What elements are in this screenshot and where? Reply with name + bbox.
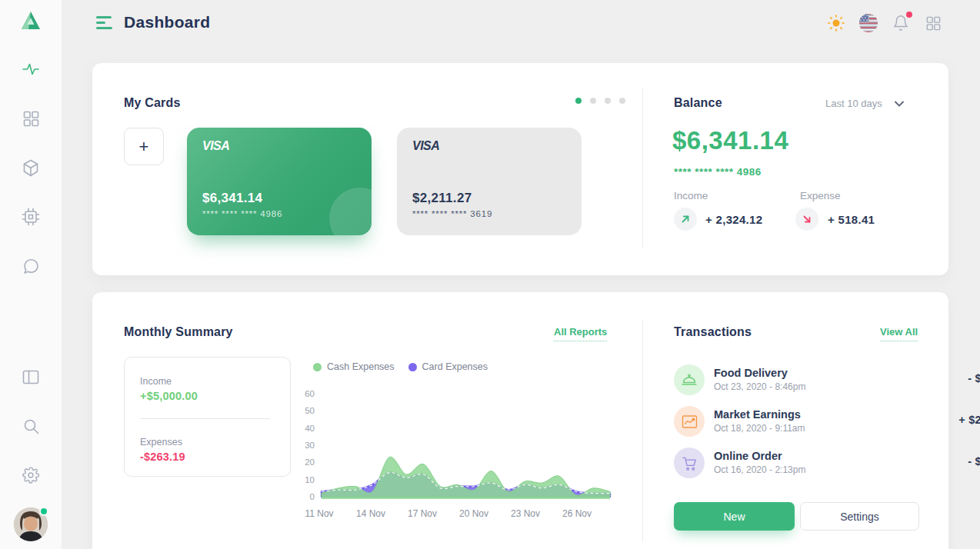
app-logo-icon[interactable] bbox=[20, 10, 42, 35]
add-card-button[interactable]: + bbox=[124, 128, 164, 165]
income-value: + 2,324.12 bbox=[705, 213, 762, 226]
visa-logo: VISA bbox=[202, 139, 356, 153]
sidebar-item-messages[interactable] bbox=[0, 255, 62, 277]
cards-balance-panel: My Cards + VISA $6,341.14 **** **** ****… bbox=[92, 63, 948, 275]
cash-expenses-legend-dot bbox=[313, 363, 322, 371]
balance-title: Balance bbox=[674, 96, 722, 110]
svg-text:10: 10 bbox=[305, 475, 315, 484]
transactions-title: Transactions bbox=[674, 325, 752, 339]
svg-text:60: 60 bbox=[305, 389, 315, 398]
balance-amount: $6,341.14 bbox=[672, 126, 788, 155]
transaction-row[interactable]: Food Delivery Oct 23, 2020 - 8:46pm - $4… bbox=[674, 364, 980, 398]
sidebar-item-settings[interactable] bbox=[0, 464, 62, 486]
svg-text:26 Nov: 26 Nov bbox=[562, 508, 592, 519]
credit-card-primary[interactable]: VISA $6,341.14 **** **** **** 4986 bbox=[187, 128, 372, 235]
arrow-up-right-icon bbox=[680, 214, 691, 225]
cpu-icon bbox=[22, 208, 40, 226]
expenses-area-chart: 605040302010011 Nov14 Nov17 Nov20 Nov23 … bbox=[296, 381, 615, 527]
cash-expenses-legend-label: Cash Expenses bbox=[327, 361, 395, 372]
summary-income-label: Income bbox=[140, 376, 172, 387]
expense-arrow-badge bbox=[795, 208, 818, 231]
online-order-icon bbox=[674, 448, 705, 478]
transaction-row[interactable]: Online Order Oct 16, 2020 - 2:13pm - $92… bbox=[674, 448, 980, 481]
balance-period-dropdown[interactable]: Last 10 days bbox=[825, 98, 904, 109]
arrow-down-right-icon bbox=[802, 214, 812, 225]
page-title: Dashboard bbox=[124, 13, 210, 32]
credit-card-secondary[interactable]: VISA $2,211.27 **** **** **** 3619 bbox=[397, 128, 582, 235]
svg-text:11 Nov: 11 Nov bbox=[305, 508, 333, 519]
search-icon bbox=[23, 418, 39, 434]
gear-icon bbox=[22, 467, 39, 484]
all-reports-link[interactable]: All Reports bbox=[554, 326, 607, 341]
summary-expenses-label: Expenses bbox=[140, 437, 182, 448]
food-delivery-icon bbox=[674, 364, 705, 395]
sidebar bbox=[0, 0, 62, 549]
summary-income-box: Income +$5,000.00 Expenses -$263.19 bbox=[124, 357, 291, 477]
svg-text:50: 50 bbox=[305, 406, 315, 415]
card-expenses-legend-dot bbox=[408, 363, 417, 371]
carousel-dot[interactable] bbox=[590, 98, 596, 104]
card-amount: $2,211.27 bbox=[412, 191, 472, 206]
svg-text:30: 30 bbox=[305, 441, 315, 450]
chevron-down-icon bbox=[895, 101, 904, 107]
transaction-row[interactable]: Market Earnings Oct 18, 2020 - 9:11am + … bbox=[674, 406, 980, 440]
divider bbox=[140, 418, 270, 419]
svg-text:20: 20 bbox=[305, 458, 315, 467]
online-status-dot bbox=[39, 507, 48, 516]
svg-text:40: 40 bbox=[305, 424, 315, 433]
income-label: Income bbox=[674, 190, 708, 201]
balance-card-number: **** **** **** 4986 bbox=[674, 166, 762, 178]
user-avatar[interactable] bbox=[14, 507, 48, 541]
svg-text:0: 0 bbox=[310, 492, 315, 501]
carousel-dot[interactable] bbox=[575, 98, 582, 104]
market-earnings-icon bbox=[674, 406, 705, 437]
view-all-link[interactable]: View All bbox=[880, 326, 918, 341]
sidebar-item-layout[interactable] bbox=[0, 366, 62, 388]
cards-carousel-dots bbox=[575, 98, 625, 104]
settings-button[interactable]: Settings bbox=[800, 502, 919, 531]
notification-dot bbox=[906, 12, 912, 18]
period-label: Last 10 days bbox=[825, 98, 882, 109]
svg-text:20 Nov: 20 Nov bbox=[459, 508, 488, 519]
carousel-dot[interactable] bbox=[619, 98, 625, 104]
activity-icon bbox=[22, 62, 39, 77]
chart-legend: Cash Expenses Card Expenses bbox=[313, 361, 488, 372]
card-expenses-legend-label: Card Expenses bbox=[422, 361, 488, 372]
language-flag-us-icon[interactable] bbox=[858, 13, 878, 33]
panel-divider bbox=[642, 88, 643, 248]
menu-toggle-icon[interactable] bbox=[96, 16, 115, 30]
card-decoration-circle bbox=[329, 188, 372, 235]
sidebar-item-products[interactable] bbox=[0, 157, 62, 178]
visa-logo: VISA bbox=[412, 139, 566, 153]
sidebar-item-search[interactable] bbox=[0, 415, 62, 437]
card-number: **** **** **** 4986 bbox=[202, 209, 282, 218]
layout-icon bbox=[22, 370, 39, 384]
my-cards-title: My Cards bbox=[124, 96, 181, 110]
summary-income-value: +$5,000.00 bbox=[140, 390, 198, 402]
carousel-dot[interactable] bbox=[605, 98, 611, 104]
sidebar-item-system[interactable] bbox=[0, 206, 62, 228]
summary-transactions-panel: Monthly Summary All Reports Income +$5,0… bbox=[92, 292, 948, 549]
grid-icon bbox=[23, 111, 39, 127]
new-button[interactable]: New bbox=[674, 502, 795, 531]
monthly-summary-title: Monthly Summary bbox=[124, 325, 233, 339]
income-arrow-badge bbox=[674, 208, 697, 231]
expense-label: Expense bbox=[800, 190, 841, 201]
svg-text:14 Nov: 14 Nov bbox=[356, 508, 385, 519]
apps-grid-icon[interactable] bbox=[923, 13, 943, 33]
theme-sun-icon[interactable] bbox=[826, 13, 846, 33]
expense-value: + 518.41 bbox=[828, 213, 875, 226]
notifications-bell-icon[interactable] bbox=[891, 13, 911, 33]
chat-icon bbox=[23, 258, 39, 274]
sidebar-item-activity[interactable] bbox=[0, 58, 62, 80]
card-amount: $6,341.14 bbox=[202, 191, 262, 206]
panel-divider bbox=[642, 319, 643, 542]
summary-expenses-value: -$263.19 bbox=[140, 451, 185, 463]
svg-text:17 Nov: 17 Nov bbox=[408, 508, 437, 519]
box-icon bbox=[22, 159, 39, 177]
card-number: **** **** **** 3619 bbox=[412, 209, 492, 218]
svg-text:23 Nov: 23 Nov bbox=[511, 508, 540, 519]
plus-icon: + bbox=[139, 137, 149, 157]
sidebar-item-dashboard[interactable] bbox=[0, 108, 62, 129]
